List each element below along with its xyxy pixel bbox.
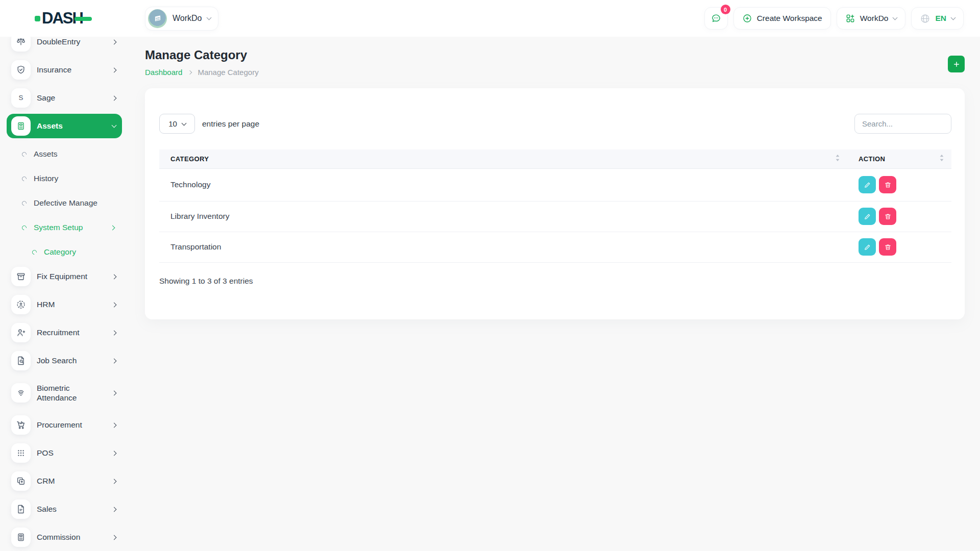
plus-circle-icon [742, 13, 752, 23]
sidebar-item-crm[interactable]: CRM [7, 469, 122, 493]
chevron-down-icon [112, 123, 117, 128]
app-switcher-button[interactable]: WorkDo [837, 7, 906, 30]
sort-icon[interactable] [835, 154, 840, 163]
breadcrumb-current: Manage Category [198, 68, 258, 77]
user-plus-icon [11, 323, 31, 342]
submenu-item-assets[interactable]: Assets [0, 142, 128, 166]
delete-button[interactable] [879, 176, 896, 193]
sidebar-item-label: Job Search [37, 356, 77, 365]
table-row: Transportation [159, 232, 951, 262]
category-table-card: 10 entries per page CATEGORY [145, 88, 965, 319]
sidebar-item-label: POS [37, 448, 54, 458]
document-search-icon [11, 351, 31, 370]
bullet-icon [31, 249, 38, 256]
sidebar-item-job-search[interactable]: Job Search [7, 348, 122, 373]
submenu-item-system-setup[interactable]: System Setup [0, 215, 128, 240]
sidebar-item-label: Fix Equipment [37, 271, 87, 281]
entries-per-page-label: entries per page [202, 119, 259, 129]
assets-submenu: Assets History Defective Manage System S… [0, 142, 128, 264]
svg-text:S: S [19, 94, 23, 102]
archive-box-icon [11, 267, 31, 286]
sidebar-item-label: HRM [37, 299, 55, 309]
column-header-category[interactable]: CATEGORY [159, 149, 847, 168]
chevron-down-icon [893, 15, 898, 20]
calculator-icon [11, 116, 31, 136]
sidebar-item-label: CRM [37, 476, 55, 486]
delete-button[interactable] [879, 208, 896, 225]
chevron-right-icon [112, 390, 117, 395]
workspace-name: WorkDo [173, 14, 202, 23]
globe-icon [920, 13, 930, 24]
copy-icon [11, 471, 31, 491]
breadcrumb-separator-icon [188, 70, 192, 74]
chevron-right-icon [112, 67, 117, 72]
sidebar-item-biometric-attendance[interactable]: Biometric Attendance [7, 377, 122, 409]
sort-icon[interactable] [939, 154, 944, 163]
sidebar-item-recruitment[interactable]: Recruitment [7, 320, 122, 345]
chevron-right-icon [112, 422, 117, 428]
sidebar-item-label: Recruitment [37, 328, 80, 337]
bullet-icon [21, 151, 28, 158]
chevron-right-icon [110, 225, 115, 230]
chevron-right-icon [112, 507, 117, 512]
category-cell: Technology [159, 168, 847, 201]
sidebar: DoubleEntry Insurance S Sage [0, 37, 128, 551]
sidebar-item-commission[interactable]: Commission [7, 525, 122, 549]
sidebar-item-label: Procurement [37, 420, 82, 430]
sidebar-item-label: Biometric Attendance [37, 383, 94, 403]
sidebar-item-label: Assets [37, 121, 63, 131]
category-cell: Transportation [159, 232, 847, 262]
workspace-selector[interactable]: WorkDo [145, 7, 218, 31]
main-content: Manage Category Dashboard Manage Categor… [128, 37, 980, 551]
submenu-item-defective-manage[interactable]: Defective Manage [0, 191, 128, 215]
messages-button[interactable]: 0 [704, 7, 728, 30]
bullet-icon [21, 200, 28, 207]
sidebar-item-assets[interactable]: Assets [7, 114, 122, 138]
sidebar-item-hrm[interactable]: HRM [7, 292, 122, 317]
submenu-item-category[interactable]: Category [0, 240, 128, 264]
sidebar-item-insurance[interactable]: Insurance [7, 58, 122, 82]
chevron-down-icon [181, 120, 186, 126]
edit-button[interactable] [859, 208, 876, 225]
trash-icon [884, 181, 892, 189]
table-row: Technology [159, 168, 951, 201]
chevron-right-icon [112, 39, 117, 44]
chevron-right-icon [112, 358, 117, 363]
grid-dots-icon [11, 443, 31, 463]
trash-icon [884, 213, 892, 220]
bullet-icon [21, 224, 28, 231]
building-icon [153, 14, 162, 23]
logo-dot [35, 16, 40, 21]
edit-button[interactable] [859, 176, 876, 193]
top-header: DASH WorkDo 0 Create Workspace WorkDo [0, 0, 980, 37]
pencil-icon [864, 181, 871, 189]
delete-button[interactable] [879, 238, 896, 256]
create-workspace-button[interactable]: Create Workspace [733, 7, 831, 30]
search-input[interactable] [854, 114, 951, 134]
language-selector[interactable]: EN [911, 7, 964, 30]
edit-button[interactable] [859, 238, 876, 256]
sidebar-item-doubleentry[interactable]: DoubleEntry [7, 37, 122, 54]
sidebar-item-sage[interactable]: S Sage [7, 86, 122, 110]
sidebar-item-sales[interactable]: Sales [7, 497, 122, 521]
page-size-select[interactable]: 10 [159, 114, 195, 134]
table-row: Library Inventory [159, 201, 951, 232]
sidebar-item-label: Insurance [37, 65, 71, 74]
sidebar-item-fix-equipment[interactable]: Fix Equipment [7, 264, 122, 289]
chevron-down-icon [206, 15, 211, 20]
app-window: DoubleEntry Insurance S Sage [0, 0, 980, 551]
sidebar-item-label: DoubleEntry [37, 37, 80, 46]
sidebar-item-label: Sales [37, 504, 57, 514]
breadcrumb-dashboard-link[interactable]: Dashboard [145, 68, 182, 77]
sidebar-item-procurement[interactable]: Procurement [7, 413, 122, 437]
bullet-icon [21, 176, 28, 182]
submenu-item-history[interactable]: History [0, 166, 128, 191]
sidebar-item-label: Sage [37, 93, 55, 103]
sidebar-item-pos[interactable]: POS [7, 441, 122, 465]
dash-logo[interactable]: DASH [35, 9, 116, 28]
category-table: CATEGORY ACTION [159, 149, 951, 263]
add-category-button[interactable] [948, 56, 965, 72]
column-header-action[interactable]: ACTION [847, 149, 951, 168]
entries-summary: Showing 1 to 3 of 3 entries [159, 277, 951, 286]
chevron-down-icon [951, 15, 956, 20]
